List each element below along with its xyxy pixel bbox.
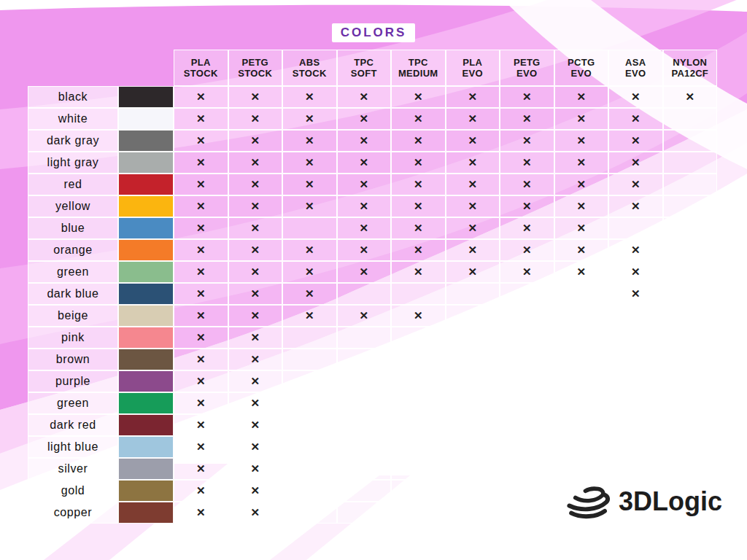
x-mark: ✕ [196,419,206,432]
color-label: pink [28,327,118,349]
material-header: PCTGEVO [554,50,609,86]
x-mark: ✕ [359,178,368,191]
color-label: yellow [28,195,118,217]
availability-cell: ✕ [500,152,554,174]
x-mark: ✕ [250,222,260,235]
x-mark: ✕ [196,244,206,257]
x-mark: ✕ [196,222,206,235]
x-mark: ✕ [305,265,314,279]
availability-cell: ✕ [337,108,392,130]
availability-cell: ✕ [663,86,718,108]
color-swatch [118,436,174,458]
availability-cell [282,414,337,436]
x-mark: ✕ [468,178,477,191]
x-mark: ✕ [468,112,477,125]
availability-cell: ✕ [446,239,500,261]
availability-cell [446,502,500,524]
availability-cell [663,370,718,392]
availability-cell: ✕ [228,370,283,392]
availability-cell: ✕ [391,195,446,217]
availability-cell [500,370,554,392]
availability-cell: ✕ [554,239,609,261]
availability-cell [282,327,337,349]
color-swatch [118,480,174,502]
x-mark: ✕ [522,156,532,169]
color-label: light blue [28,436,118,458]
x-mark: ✕ [522,265,532,279]
x-mark: ✕ [196,331,206,344]
availability-cell: ✕ [554,130,609,152]
x-mark: ✕ [359,265,368,279]
availability-cell [554,392,609,414]
availability-cell: ✕ [337,130,392,152]
availability-cell [282,349,337,370]
availability-cell [554,349,609,370]
availability-cell [446,458,500,480]
availability-cell: ✕ [228,327,283,349]
x-mark: ✕ [305,112,314,125]
x-mark: ✕ [468,222,477,235]
color-swatch [118,349,174,370]
availability-cell: ✕ [337,239,392,261]
availability-cell: ✕ [500,217,554,239]
availability-cell: ✕ [446,108,500,130]
x-mark: ✕ [305,156,314,169]
material-header-top: PLA [462,57,482,68]
color-swatch [118,174,174,195]
availability-cell: ✕ [174,349,228,370]
x-mark: ✕ [522,244,532,257]
x-mark: ✕ [196,265,206,279]
availability-cell [500,502,554,524]
color-label: black [28,86,118,108]
x-mark: ✕ [250,462,260,475]
availability-cell: ✕ [554,108,609,130]
x-mark: ✕ [576,90,586,104]
x-mark: ✕ [414,134,423,147]
availability-cell [500,283,554,305]
availability-cell: ✕ [500,174,554,195]
material-header: NYLONPA12CF [663,50,718,86]
x-mark: ✕ [250,134,260,147]
availability-cell: ✕ [282,239,337,261]
brand-name: 3DLogic [619,486,722,517]
color-swatch [118,392,174,414]
availability-cell: ✕ [554,261,609,283]
availability-cell [663,458,718,480]
x-mark: ✕ [468,200,477,213]
x-mark: ✕ [196,309,206,322]
x-mark: ✕ [250,309,260,322]
material-header: ASAEVO [608,50,663,86]
availability-cell: ✕ [500,239,554,261]
color-label: white [28,108,118,130]
x-mark: ✕ [196,397,206,410]
x-mark: ✕ [468,134,477,147]
x-mark: ✕ [196,134,206,147]
material-header-bottom: PA12CF [671,68,708,79]
availability-cell [500,436,554,458]
availability-cell [554,414,609,436]
x-mark: ✕ [468,265,477,279]
availability-cell: ✕ [391,86,446,108]
availability-cell [500,327,554,349]
color-swatch [118,283,174,305]
x-mark: ✕ [631,178,640,191]
material-header-bottom: STOCK [293,68,327,79]
availability-cell: ✕ [391,305,446,327]
availability-cell [554,458,609,480]
color-label: red [28,174,118,195]
x-mark: ✕ [414,200,423,213]
availability-cell [663,283,718,305]
availability-cell [282,458,337,480]
availability-cell [663,239,718,261]
material-header-bottom: STOCK [184,68,218,79]
availability-cell: ✕ [174,305,228,327]
x-mark: ✕ [576,178,586,191]
availability-cell [500,349,554,370]
availability-cell [554,283,609,305]
availability-cell: ✕ [608,283,663,305]
material-header-top: PCTG [568,57,595,68]
availability-cell: ✕ [228,152,283,174]
availability-cell [608,305,663,327]
availability-cell: ✕ [554,195,609,217]
availability-cell: ✕ [608,130,663,152]
